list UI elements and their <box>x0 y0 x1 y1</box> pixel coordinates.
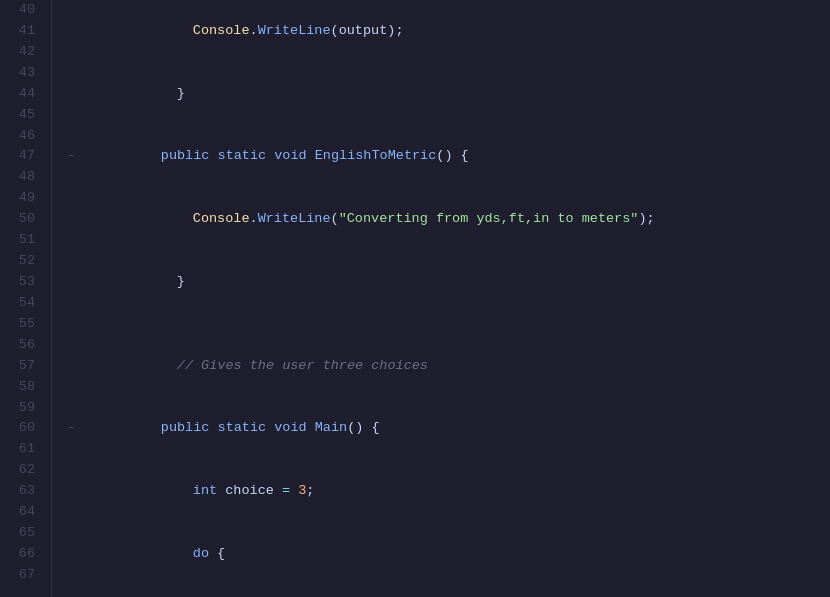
code-line-41: } <box>64 63 830 126</box>
code-line-44: } <box>64 251 830 314</box>
line-numbers: 40 41 42 43 44 45 46 47 48 49 50 51 52 5… <box>0 0 52 597</box>
code-editor: 40 41 42 43 44 45 46 47 48 49 50 51 52 5… <box>0 0 830 597</box>
fold-icon-42[interactable]: − <box>64 150 78 164</box>
code-line-50: choice = IO.GetInt("\nChoose: \n" <box>64 586 830 597</box>
code-line-43: Console.WriteLine("Converting from yds,f… <box>64 188 830 251</box>
code-line-45 <box>64 314 830 335</box>
fold-icon-47[interactable]: − <box>64 422 78 436</box>
code-line-46: // Gives the user three choices <box>64 335 830 398</box>
code-line-40: Console.WriteLine(output); <box>64 0 830 63</box>
code-line-48: int choice = 3; <box>64 460 830 523</box>
code-line-47: − public static void Main() { <box>64 398 830 461</box>
code-line-49: do { <box>64 523 830 586</box>
code-line-42: − public static void EnglishToMetric() { <box>64 126 830 189</box>
code-content: Console.WriteLine(output); } − public st… <box>52 0 830 597</box>
